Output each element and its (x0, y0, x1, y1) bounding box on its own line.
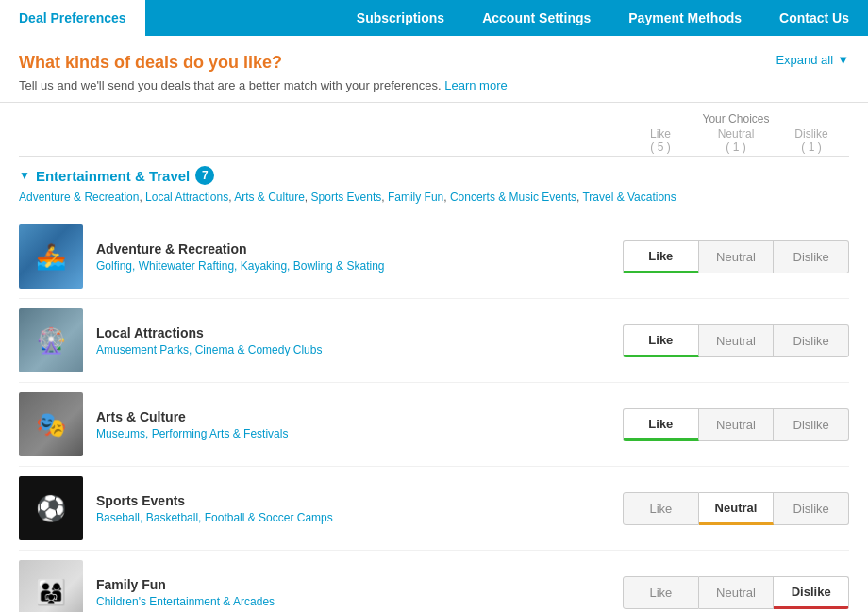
neutral-button-local[interactable]: Neutral (699, 324, 775, 357)
dislike-count: ( 1 ) (774, 141, 849, 154)
neutral-count: ( 1 ) (698, 141, 774, 154)
like-button-family[interactable]: Like (623, 576, 699, 609)
main-content: Your Choices Like Neutral Dislike ( 5 ) … (0, 103, 868, 612)
neutral-col-header: Neutral (698, 127, 774, 141)
choices-header-row: Your Choices Like Neutral Dislike ( 5 ) … (19, 112, 849, 154)
btn-group-arts: Like Neutral Dislike (623, 408, 849, 441)
deal-sub-family: Children's Entertainment & Arcades (96, 595, 623, 608)
deal-sub-local: Amusement Parks, Cinema & Comedy Clubs (96, 343, 623, 356)
list-item: 🎭 Arts & Culture Museums, Performing Art… (19, 383, 849, 467)
deal-info-local: Local Attractions Amusement Parks, Cinem… (96, 325, 623, 356)
deal-image-family: 👨‍👩‍👧 (19, 560, 83, 612)
dislike-col-header: Dislike (774, 127, 849, 141)
like-button-local[interactable]: Like (623, 324, 699, 357)
like-button-arts[interactable]: Like (623, 408, 699, 441)
deal-image-arts: 🎭 (19, 392, 83, 456)
nav-item-subscriptions[interactable]: Subscriptions (338, 0, 463, 36)
choices-header-label: Your Choices (623, 112, 849, 125)
list-item: 👨‍👩‍👧 Family Fun Children's Entertainmen… (19, 551, 849, 612)
deal-info-adventure: Adventure & Recreation Golfing, Whitewat… (96, 241, 623, 273)
like-button-sports[interactable]: Like (623, 492, 699, 525)
category-count-badge: 7 (195, 166, 214, 185)
like-button-adventure[interactable]: Like (623, 240, 699, 273)
category-header: ▼ Entertainment & Travel 7 (19, 166, 849, 185)
nav-item-account-settings[interactable]: Account Settings (463, 0, 609, 36)
btn-group-family: Like Neutral Dislike (623, 576, 849, 609)
deal-list: 🚣 Adventure & Recreation Golfing, Whitew… (19, 215, 849, 612)
choices-cols: Like Neutral Dislike (623, 127, 849, 141)
nav-item-payment-methods[interactable]: Payment Methods (609, 0, 760, 36)
neutral-button-sports[interactable]: Neutral (699, 492, 775, 525)
hero-subtext: Tell us and we'll send you deals that ar… (19, 78, 508, 92)
nav-item-deal-preferences[interactable]: Deal Preferences (0, 0, 145, 36)
deal-sub-adventure: Golfing, Whitewater Rafting, Kayaking, B… (96, 259, 623, 273)
deal-name-adventure: Adventure & Recreation (96, 241, 623, 256)
deal-image-local: 🎡 (19, 308, 83, 372)
chevron-down-icon: ▼ (837, 53, 849, 67)
collapse-arrow-icon[interactable]: ▼ (19, 169, 30, 182)
deal-info-arts: Arts & Culture Museums, Performing Arts … (96, 409, 623, 440)
deal-name-arts: Arts & Culture (96, 409, 623, 424)
divider-top (19, 156, 849, 157)
like-col-header: Like (623, 127, 698, 141)
deal-sub-sports: Baseball, Basketball, Football & Soccer … (96, 511, 623, 524)
btn-group-sports: Like Neutral Dislike (623, 492, 849, 525)
like-count: ( 5 ) (623, 141, 698, 154)
neutral-button-arts[interactable]: Neutral (699, 408, 775, 441)
nav-item-contact-us[interactable]: Contact Us (760, 0, 868, 36)
hero-section: What kinds of deals do you like? Tell us… (0, 36, 868, 103)
btn-group-adventure: Like Neutral Dislike (623, 240, 849, 273)
deal-info-sports: Sports Events Baseball, Basketball, Foot… (96, 493, 623, 524)
deal-sub-arts: Museums, Performing Arts & Festivals (96, 427, 623, 440)
deal-image-sports: ⚽ (19, 476, 83, 540)
deal-name-sports: Sports Events (96, 493, 623, 508)
btn-group-local: Like Neutral Dislike (623, 324, 849, 357)
neutral-button-adventure[interactable]: Neutral (699, 240, 775, 273)
dislike-button-family[interactable]: Dislike (774, 576, 849, 609)
dislike-button-adventure[interactable]: Dislike (774, 240, 849, 273)
learn-more-link[interactable]: Learn more (444, 78, 507, 92)
category-tags: Adventure & Recreation, Local Attraction… (19, 189, 849, 206)
main-nav: Deal Preferences Subscriptions Account S… (0, 0, 868, 36)
category-title: Entertainment & Travel (36, 168, 190, 184)
deal-image-adventure: 🚣 (19, 224, 83, 289)
choices-counts: ( 5 ) ( 1 ) ( 1 ) (623, 141, 849, 154)
dislike-button-local[interactable]: Dislike (774, 324, 849, 357)
deal-name-local: Local Attractions (96, 325, 623, 340)
list-item: ⚽ Sports Events Baseball, Basketball, Fo… (19, 467, 849, 551)
hero-text: What kinds of deals do you like? Tell us… (19, 53, 508, 92)
expand-all-button[interactable]: Expand all ▼ (776, 53, 849, 67)
page-heading: What kinds of deals do you like? (19, 53, 508, 73)
list-item: 🎡 Local Attractions Amusement Parks, Cin… (19, 299, 849, 383)
dislike-button-arts[interactable]: Dislike (774, 408, 849, 441)
deal-name-family: Family Fun (96, 577, 623, 592)
neutral-button-family[interactable]: Neutral (699, 576, 775, 609)
list-item: 🚣 Adventure & Recreation Golfing, Whitew… (19, 215, 849, 299)
deal-info-family: Family Fun Children's Entertainment & Ar… (96, 577, 623, 608)
dislike-button-sports[interactable]: Dislike (774, 492, 849, 525)
